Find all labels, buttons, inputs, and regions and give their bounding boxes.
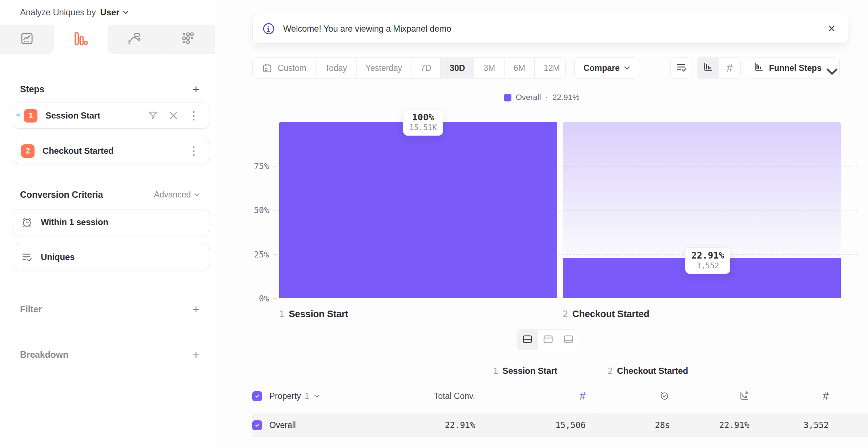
tooltip-percent: 100%: [409, 112, 437, 123]
analyze-value-dropdown[interactable]: User: [100, 7, 129, 17]
tab-funnels[interactable]: [54, 25, 108, 54]
table-subheader-row: Property 1 Total Conv. #: [252, 384, 868, 408]
compare-label: Compare: [583, 63, 620, 73]
drag-handle-icon[interactable]: [16, 113, 22, 119]
step-card-2[interactable]: 2 Checkout Started ⋮: [13, 138, 209, 164]
tab-insights[interactable]: [0, 25, 54, 54]
property-index: 1: [305, 391, 309, 401]
funnel-bar-step1[interactable]: [279, 122, 557, 298]
toggle-percent-bars[interactable]: [697, 58, 719, 78]
table-row-overall[interactable]: Overall 22.91% 15,506 28s 22.91% 3,552: [252, 413, 868, 437]
conversion-criteria-header: Conversion Criteria Advanced: [20, 188, 200, 201]
count-metric-icon[interactable]: #: [580, 390, 586, 402]
y-tick-mark: [273, 166, 277, 167]
tooltip-percent: 22.91%: [691, 250, 724, 261]
flows-icon: [127, 31, 141, 47]
step-menu-icon[interactable]: ⋮: [188, 145, 199, 156]
select-all-checkbox[interactable]: [252, 391, 262, 401]
count-metric-icon[interactable]: #: [823, 390, 829, 402]
view-selector-button[interactable]: Funnel Steps: [746, 57, 840, 79]
date-range-label: 3M: [483, 63, 495, 73]
chevron-down-icon: [624, 66, 630, 70]
bar-chart-icon: [753, 61, 764, 75]
date-range-label: 6M: [514, 63, 525, 73]
list-check-icon: [21, 251, 33, 263]
property-label: Property: [269, 391, 301, 401]
split-top-icon: [543, 334, 554, 346]
date-range-7d[interactable]: 7D: [411, 58, 441, 78]
chevron-down-icon: [314, 395, 319, 398]
step-number: 1: [493, 366, 498, 376]
step-name: Checkout Started: [617, 366, 688, 376]
date-range-label: Custom: [278, 63, 306, 73]
date-range-today[interactable]: Today: [316, 58, 357, 78]
layout-table-max[interactable]: [558, 330, 579, 350]
calendar-icon: [262, 63, 273, 73]
y-tick-50: 50%: [226, 205, 269, 215]
close-icon[interactable]: ✕: [827, 23, 836, 35]
within-session-card[interactable]: Within 1 session: [13, 209, 209, 235]
info-icon: [262, 22, 275, 35]
compare-button[interactable]: Compare: [574, 57, 639, 79]
bar-value-tooltip-step1: 100% 15.51K: [403, 109, 443, 136]
layout-split-equal[interactable]: [517, 330, 538, 350]
add-filter-button[interactable]: +: [192, 303, 200, 315]
report-type-tabs: [0, 25, 215, 54]
tab-flows[interactable]: [108, 25, 162, 54]
step-number: 2: [563, 308, 568, 320]
step-card-1[interactable]: 1 Session Start ⋮: [13, 103, 209, 129]
step-menu-icon[interactable]: ⋮: [188, 110, 199, 121]
analyze-value-text: User: [100, 7, 120, 17]
y-tick-25: 25%: [226, 250, 269, 259]
value-display-toggle: #: [697, 57, 741, 79]
add-step-button[interactable]: +: [192, 83, 200, 95]
step-label: Checkout Started: [43, 146, 114, 156]
filter-step-icon[interactable]: [148, 110, 158, 121]
step-number: 1: [279, 308, 284, 320]
date-range-3m[interactable]: 3M: [474, 58, 505, 78]
uniques-label: Uniques: [41, 252, 75, 262]
metrics-list-button[interactable]: [670, 57, 692, 79]
table-group-header-row: 1 Session Start 2 Checkout Started: [252, 361, 868, 384]
y-tick-0: 0%: [226, 294, 269, 303]
filter-title: Filter: [20, 304, 42, 315]
mixpanel-funnel-page: Analyze Uniques by User: [0, 0, 868, 448]
tooltip-count: 15.51K: [409, 123, 437, 132]
step2-time-value: 28s: [655, 420, 670, 430]
advanced-label: Advanced: [154, 190, 191, 200]
row-checkbox[interactable]: [252, 420, 262, 430]
add-breakdown-button[interactable]: +: [192, 348, 200, 361]
group-header-step1: 1 Session Start: [493, 366, 557, 376]
filter-section-header: Filter +: [20, 303, 200, 315]
breakdown-section-header: Breakdown +: [20, 348, 200, 361]
conversion-rate-icon[interactable]: [739, 390, 750, 401]
retention-icon: [181, 31, 196, 47]
hash-icon: #: [727, 62, 733, 74]
split-equal-icon: [522, 334, 533, 346]
property-selector[interactable]: Property 1: [269, 391, 319, 401]
date-range-yesterday[interactable]: Yesterday: [357, 58, 412, 78]
view-selector-label: Funnel Steps: [769, 63, 821, 73]
group-header-step2: 2 Checkout Started: [608, 366, 688, 376]
date-range-label: 12M: [544, 63, 560, 73]
uniques-card[interactable]: Uniques: [13, 244, 209, 270]
total-conv-value: 22.91%: [445, 420, 484, 430]
tab-retention[interactable]: [161, 25, 215, 54]
date-range-custom[interactable]: Custom: [253, 58, 316, 78]
welcome-banner: Welcome! You are viewing a Mixpanel demo…: [252, 14, 848, 44]
chevron-down-icon: [123, 11, 129, 14]
date-range-6m[interactable]: 6M: [505, 58, 535, 78]
date-range-12m[interactable]: 12M: [535, 58, 566, 78]
toggle-absolute-numbers[interactable]: #: [719, 58, 741, 78]
legend-separator: ·: [545, 93, 548, 102]
analyze-label: Analyze Uniques by: [20, 7, 96, 17]
chevron-down-icon: [827, 66, 832, 70]
remove-step-icon[interactable]: [168, 110, 179, 121]
layout-chart-max[interactable]: [538, 330, 559, 350]
y-tick-mark: [273, 298, 277, 299]
advanced-dropdown[interactable]: Advanced: [154, 190, 200, 200]
date-range-30d[interactable]: 30D: [441, 58, 474, 78]
time-to-convert-icon[interactable]: [659, 390, 670, 401]
step-name: Session Start: [502, 366, 557, 376]
step2-rate-value: 22.91%: [719, 420, 750, 430]
